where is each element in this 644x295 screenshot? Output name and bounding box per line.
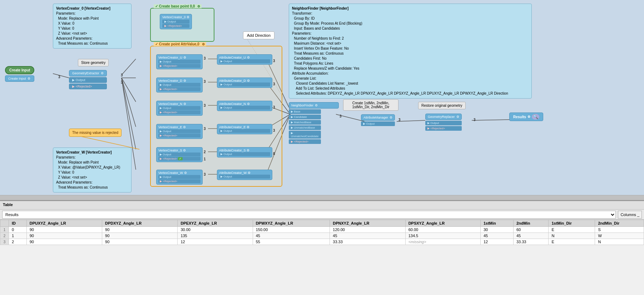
table-cell: 0 [9,227,27,233]
vertex-creator-u-node[interactable]: VertexCreator_U ⚙ ▶ Output ▶ <Rejected> [156,54,203,69]
table-cell: 150.00 [253,227,330,233]
gear-n[interactable]: ⚙ [183,102,186,106]
row-number: 2 [0,233,9,239]
vertex-creator-w-node[interactable]: VertexCreator_W ⚙ ▶ Output ▶ <Rejected> [156,170,203,185]
table-cell: 2 [9,239,27,245]
gear-as[interactable]: ⚙ [247,149,249,152]
attr-creator-w-node[interactable]: AttributeCreator_W ⚙ ▶ Output [217,170,272,180]
data-table: ID DPUXYZ_Angle_LR DPDXYZ_Angle_LR DPEXY… [0,220,644,245]
horizontal-scrollbar[interactable] [0,195,644,200]
conn-label-3b: 3 [121,73,123,77]
conn-label-3a: 3 [58,75,60,79]
attr-creator-e-node[interactable]: AttributeCreator_E ⚙ ▶ Output [217,124,272,134]
col-dpdxyz[interactable]: DPDXYZ_Angle_LR [102,220,178,227]
attr-creator-s-node[interactable]: AttributeCreator_S ⚙ ▶ Output [217,147,272,158]
gear-icon[interactable]: ⚙ [202,42,205,46]
svg-line-0 [53,74,69,78]
geometry-extractor-node[interactable]: GeometryExtractor ⚙ [69,70,107,76]
attr-creator-u-node[interactable]: AttributeCreator_U ⚙ ▶ Output [217,54,272,65]
table-cell: 90 [102,227,178,233]
search-icon[interactable]: 🔍 [532,114,539,120]
gear-am[interactable]: ⚙ [390,116,392,119]
nf-unmatched-base-port: ▶ UnmatchedBase [289,125,321,130]
col-1stmindir[interactable]: 1stMin_Dir [549,220,595,227]
gear-icon[interactable]: ⚙ [187,15,189,19]
gear-ae[interactable]: ⚙ [247,125,249,129]
gear-results[interactable]: ⚙ [527,115,530,119]
row-number: 1 [0,227,9,233]
svg-line-21 [397,120,425,121]
table-scroll-area[interactable]: ID DPUXYZ_Angle_LR DPDXYZ_Angle_LR DPEXY… [0,220,644,295]
gear-d[interactable]: ⚙ [183,79,186,82]
vertex-creator-0-node[interactable]: VertexCreator_0 ⚙ ▶ Output ▶ <Rejected> [160,14,192,29]
neighbor-finder-node[interactable]: NeighborFinder ⚙ [289,102,339,109]
vertex-creator-d-node[interactable]: VertexCreator_D ⚙ ▶ Output ▶ <Rejected> [156,78,203,92]
gear-icon[interactable]: ⚙ [101,71,104,75]
gear-icon[interactable]: ⚙ [197,5,200,8]
col-dpsxyz[interactable]: DPSXYZ_Angle_LR [405,220,480,227]
col-rownum [0,220,9,227]
table-header: Table [0,201,644,210]
table-cell: E [549,239,595,245]
table-cell: W [595,233,644,239]
col-dpuxyz[interactable]: DPUXYZ_Angle_LR [26,220,102,227]
am-output: ▶ Output [361,121,395,126]
vertex-creator-n-node[interactable]: VertexCreator_N ⚙ ▶ Output ▶ <Rejected> [156,101,203,116]
vc0-output: ▶ Output [162,20,189,24]
gear-aw[interactable]: ⚙ [248,171,251,175]
gear-e[interactable]: ⚙ [183,125,186,129]
create-input-node[interactable]: Create Input ⚙ [5,75,34,82]
table-cell: 90 [26,239,102,245]
gear-icon[interactable]: ⚙ [28,77,30,80]
table-cell: E [549,227,595,233]
table-cell: 1 [9,233,27,239]
table-cell: 55 [253,239,330,245]
svg-line-4 [122,78,136,127]
nf-candidate-port: ▶ Candidate [289,115,321,119]
attr-creator-d-node[interactable]: AttributeCreator_D ⚙ ▶ Output [217,78,272,88]
geometry-extractor-container: GeometryExtractor ⚙ ▶ Output ▶ <Rejected… [69,70,107,89]
gear-an[interactable]: ⚙ [247,102,250,106]
geo-replacer-node[interactable]: GeometryReplacer ⚙ [425,114,462,120]
geo-replacer-container: GeometryReplacer ⚙ ▶ Output ▶ <Rejected> [425,114,462,131]
gear-u[interactable]: ⚙ [183,56,186,59]
results-node[interactable]: Results ⚙ 🔍 [509,112,543,121]
table-cell: 60.00 [405,227,480,233]
gear-gr[interactable]: ⚙ [456,115,459,119]
table-cell: 33.33 [513,239,549,245]
attr-creator-n-node[interactable]: AttributeCreator_N ⚙ ▶ Output [217,101,272,111]
col-dpwxyz[interactable]: DPWXYZ_Angle_LR [253,220,330,227]
gear-w[interactable]: ⚙ [184,171,187,175]
col-dpnxyz[interactable]: DPNXYZ_Angle_LR [330,220,405,227]
geo-output-port: ▶ Output [69,77,107,83]
svg-line-22 [472,120,509,120]
table-source-select[interactable]: Results [2,211,616,219]
vertex-creator-e-node[interactable]: VertexCreator_E ⚙ ▶ Output ▶ <Rejected> [156,124,203,139]
results-container: Results ⚙ 🔍 [509,112,543,121]
create-input-container: Create Input Create Input ⚙ [5,66,34,82]
col-dpexyz[interactable]: DPEXYZ_Angle_LR [178,220,253,227]
table-cell: 45 [330,233,405,239]
table-cell: 45 [253,233,330,239]
add-direction-button[interactable]: Add Direction [243,31,274,39]
col-id[interactable]: ID [9,220,27,227]
columns-button[interactable]: Columns _ [618,211,642,219]
neighbor-finder-info: NeighborFinder [NeighborFinder] Transfor… [289,4,532,99]
col-2ndmindir[interactable]: 2ndMin_Dir [595,220,644,227]
nf-rejected-port: ▶ <Rejected> [289,139,321,144]
svg-line-5 [122,78,136,149]
gear-ad[interactable]: ⚙ [247,79,250,82]
table-cell: 12 [480,239,513,245]
table-cell: N [595,239,644,245]
vertex-creator-s-node[interactable]: VertexCreator_S ⚙ ▶ Output ▶ <Rejected> … [156,147,203,162]
gear-s[interactable]: ⚙ [183,149,186,152]
table-cell: 90 [102,239,178,245]
table-cell: 90 [26,233,102,239]
col-1stmin[interactable]: 1stMin [480,220,513,227]
table-cell: 12 [178,239,253,245]
col-2ndmin[interactable]: 2ndMin [513,220,549,227]
gear-au[interactable]: ⚙ [247,56,250,59]
gear-nf[interactable]: ⚙ [315,104,318,107]
table-controls: Results Columns _ [0,210,644,220]
attr-manager-node[interactable]: AttributeManager ⚙ [361,114,395,121]
